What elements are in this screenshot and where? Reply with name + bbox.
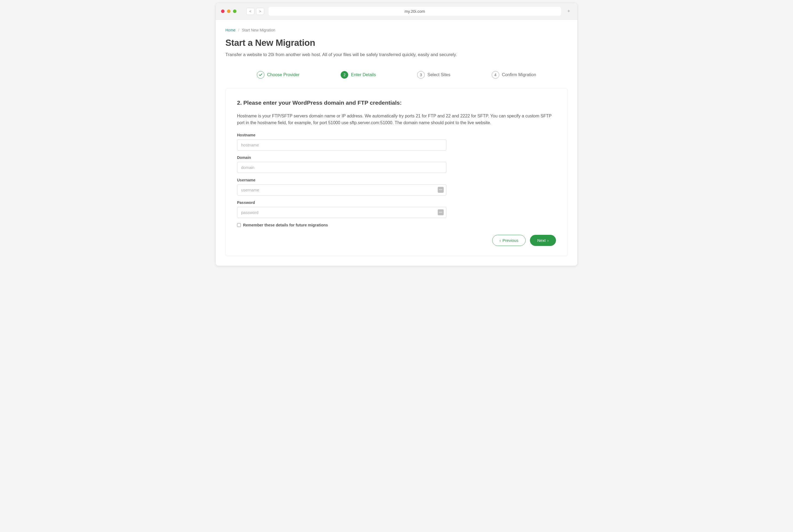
browser-toolbar: < > my.20i.com + [215,3,578,20]
domain-label: Domain [237,155,447,160]
password-label: Password [237,201,447,205]
traffic-lights [221,10,237,13]
step-enter-details[interactable]: 2 Enter Details [341,71,376,79]
domain-input[interactable] [237,162,447,173]
hostname-field-group: Hostname [237,133,447,151]
domain-field-group: Domain [237,155,447,173]
new-tab-button[interactable]: + [565,8,572,15]
remember-checkbox-group: Remember these details for future migrat… [237,223,556,227]
step-number-icon: 2 [341,71,348,79]
password-field-group: Password ••• [237,201,447,218]
chevron-right-icon: › [547,238,549,243]
username-input[interactable] [237,184,447,195]
hostname-input[interactable] [237,139,447,151]
remember-label[interactable]: Remember these details for future migrat… [243,223,328,227]
browser-nav-buttons: < > [246,8,264,15]
autofill-icon[interactable]: ••• [438,187,444,193]
page-subtitle: Transfer a website to 20i from another w… [225,51,568,58]
url-bar[interactable]: my.20i.com [268,7,561,16]
remember-checkbox[interactable] [237,223,241,227]
username-label: Username [237,178,447,182]
step-label: Select Sites [428,72,450,77]
step-label: Confirm Migration [502,72,536,77]
next-button-label: Next [537,238,546,243]
window-minimize-icon[interactable] [227,10,230,13]
breadcrumb-separator: / [238,28,239,32]
page-content: Home / Start New Migration Start a New M… [215,20,578,266]
previous-button-label: Previous [503,238,518,243]
username-field-group: Username ••• [237,178,447,195]
step-label: Choose Provider [267,72,299,77]
step-number-icon: 3 [417,71,425,79]
card-title: 2. Please enter your WordPress domain an… [237,99,556,106]
hostname-label: Hostname [237,133,447,137]
window-close-icon[interactable] [221,10,225,13]
next-button[interactable]: Next › [530,235,556,246]
password-input[interactable] [237,207,447,218]
page-title: Start a New Migration [225,38,568,48]
breadcrumb: Home / Start New Migration [225,28,568,32]
autofill-icon[interactable]: ••• [438,209,444,215]
browser-frame: < > my.20i.com + Home / Start New Migrat… [215,3,578,266]
breadcrumb-home-link[interactable]: Home [225,28,235,32]
step-indicator: Choose Provider 2 Enter Details 3 Select… [225,68,568,82]
form-card: 2. Please enter your WordPress domain an… [225,89,568,256]
step-select-sites[interactable]: 3 Select Sites [417,71,450,79]
forward-button[interactable]: > [256,8,264,15]
form-actions: ‹ Previous Next › [237,235,556,246]
card-description: Hostname is your FTP/SFTP servers domain… [237,113,556,126]
step-number-icon: 4 [492,71,499,79]
step-label: Enter Details [351,72,376,77]
step-choose-provider[interactable]: Choose Provider [257,71,299,79]
previous-button[interactable]: ‹ Previous [492,235,526,246]
chevron-left-icon: ‹ [499,238,501,243]
step-confirm-migration[interactable]: 4 Confirm Migration [492,71,536,79]
back-button[interactable]: < [246,8,254,15]
check-icon [257,71,264,79]
breadcrumb-current: Start New Migration [242,28,275,32]
window-maximize-icon[interactable] [233,10,237,13]
